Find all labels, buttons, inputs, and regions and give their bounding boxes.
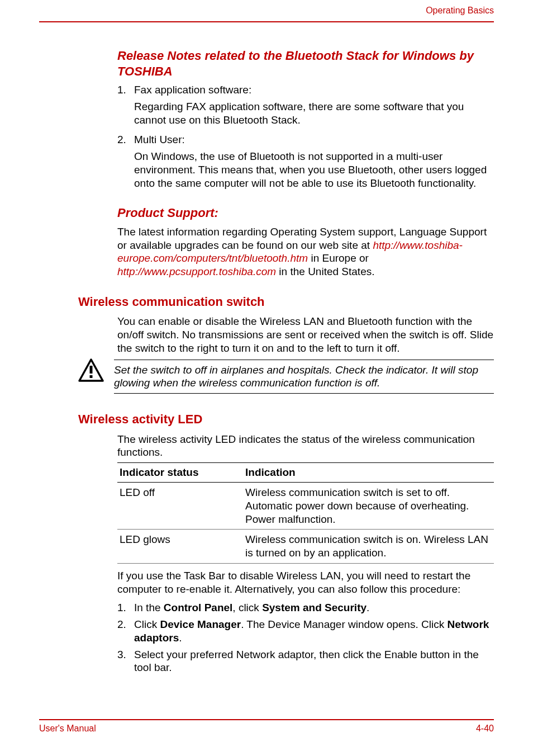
table-row: LED glows Wireless communication switch … (117, 530, 494, 564)
table-header-indication: Indication (243, 463, 494, 483)
list2-item-2-text: Click Device Manager. The Device Manager… (134, 618, 494, 645)
support-link-us[interactable]: http://www.pcsupport.toshiba.com (117, 266, 276, 277)
list1-item-2-body: On Windows, the use of Bluetooth is not … (134, 150, 494, 190)
list-marker: 1. (117, 83, 134, 97)
cell-status-glows: LED glows (117, 530, 243, 564)
wireless-led-body: The wireless activity LED indicates the … (117, 433, 494, 460)
list2-item-2: 2. Click Device Manager. The Device Mana… (117, 618, 494, 645)
callout-rule-top (114, 360, 494, 360)
footer-left: User's Manual (39, 724, 96, 734)
table-header-status: Indicator status (117, 463, 243, 483)
cell-indication-glows: Wireless communication switch is on. Wir… (243, 530, 494, 564)
led-table: Indicator status Indication LED off Wire… (117, 462, 494, 564)
heading-release-notes: Release Notes related to the Bluetooth S… (117, 48, 494, 79)
table-row: LED off Wireless communication switch is… (117, 483, 494, 530)
list1-item-2: 2. Multi User: (117, 133, 494, 147)
callout-rule-bottom (114, 393, 494, 394)
heading-wireless-switch: Wireless communication switch (78, 294, 494, 310)
list-marker: 3. (117, 648, 134, 675)
product-support-body: The latest information regarding Operati… (117, 225, 494, 278)
callout-text: Set the switch to off in airplanes and h… (114, 361, 494, 393)
list-marker: 2. (117, 133, 134, 147)
header-rule (39, 21, 494, 22)
svg-rect-1 (90, 366, 93, 374)
svg-rect-2 (90, 375, 93, 378)
list-marker: 2. (117, 618, 134, 645)
header-section: Operating Basics (39, 6, 494, 16)
heading-product-support: Product Support: (117, 205, 494, 221)
list1-item-1-body: Regarding FAX application software, ther… (134, 100, 494, 127)
list-marker: 1. (117, 601, 134, 615)
footer-rule (39, 719, 494, 720)
support-tail: in the United States. (276, 266, 374, 277)
after-table-body: If you use the Task Bar to disable Wirel… (117, 569, 494, 596)
list1-item-2-label: Multi User: (134, 133, 494, 147)
wireless-switch-body: You can enable or disable the Wireless L… (117, 315, 494, 355)
footer-right: 4-40 (476, 724, 494, 734)
list2-item-1: 1. In the Control Panel, click System an… (117, 601, 494, 615)
cell-status-off: LED off (117, 483, 243, 530)
support-mid: in Europe or (308, 252, 369, 264)
list1-item-1-label: Fax application software: (134, 83, 494, 97)
list1-item-1: 1. Fax application software: (117, 83, 494, 97)
list2-item-3: 3. Select your preferred Network adaptor… (117, 648, 494, 675)
list2-item-1-text: In the Control Panel, click System and S… (134, 601, 494, 615)
warning-icon (78, 358, 114, 382)
heading-wireless-led: Wireless activity LED (78, 412, 494, 427)
list2-item-3-text: Select your preferred Network adaptor, t… (134, 648, 494, 675)
cell-indication-off: Wireless communication switch is set to … (243, 483, 494, 530)
